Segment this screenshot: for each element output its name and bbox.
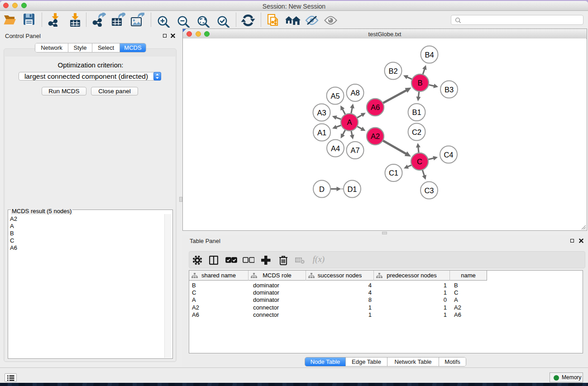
- svg-text:B1: B1: [412, 108, 421, 116]
- svg-text:A1: A1: [317, 129, 326, 137]
- svg-text:B3: B3: [445, 86, 454, 94]
- svg-text:C4: C4: [444, 151, 453, 159]
- svg-text:C2: C2: [412, 128, 421, 136]
- svg-text:D: D: [319, 185, 325, 193]
- svg-text:A4: A4: [331, 144, 340, 152]
- svg-text:A8: A8: [350, 89, 359, 97]
- svg-text:C3: C3: [424, 186, 434, 195]
- svg-text:B2: B2: [388, 67, 397, 75]
- svg-text:C: C: [417, 157, 422, 166]
- svg-text:A2: A2: [371, 132, 380, 140]
- svg-text:C1: C1: [389, 169, 398, 177]
- svg-text:A5: A5: [330, 92, 339, 100]
- svg-text:A7: A7: [350, 146, 359, 154]
- svg-text:B4: B4: [425, 51, 434, 59]
- svg-text:D1: D1: [347, 185, 357, 193]
- svg-text:B: B: [417, 79, 422, 87]
- svg-text:A: A: [347, 118, 352, 126]
- svg-text:A6: A6: [371, 103, 380, 111]
- svg-text:A3: A3: [317, 109, 326, 117]
